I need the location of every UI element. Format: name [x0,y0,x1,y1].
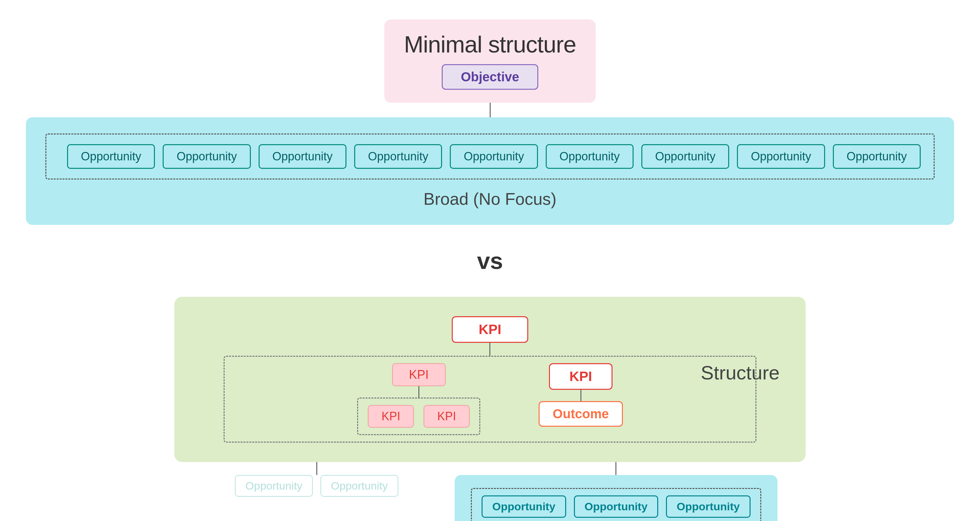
left-bottom: Opportunity Opportunity [202,462,398,497]
faded-opp-2: Opportunity [320,475,398,497]
right-subtree: KPI Outcome [539,363,622,427]
narrow-dashed: Opportunity Opportunity Opportunity [471,488,761,521]
minimal-structure-title: Minimal structure [404,31,576,58]
opportunity-box-1: Opportunity [67,144,155,169]
opportunity-box-8: Opportunity [737,144,825,169]
broad-section: Opportunity Opportunity Opportunity Oppo… [26,117,954,225]
opportunity-box-5: Opportunity [450,144,538,169]
opportunity-box-6: Opportunity [546,144,633,169]
kpi-small-dashed: KPI KPI [357,397,480,435]
left-subtree: KPI KPI KPI [357,363,480,435]
green-structure-section: Structure KPI KPI KPI [174,297,806,462]
opportunity-box-2: Opportunity [163,144,250,169]
opportunity-box-4: Opportunity [354,144,442,169]
narrow-opp-2: Opportunity [574,496,659,518]
left-connector-1 [418,386,419,397]
connector-line-1 [490,103,491,117]
kpi-small-right: KPI [423,405,469,428]
left-opp-connector [316,462,317,475]
kpi-small-left-col: KPI [368,405,414,428]
kpi-mid-left: KPI [392,363,445,386]
objective-box: Objective [442,64,538,90]
vs-label: vs [477,248,503,274]
right-opp-connector [616,462,616,475]
faded-opp-row: Opportunity Opportunity [235,475,398,497]
narrow-section: Opportunity Opportunity Opportunity Narr… [455,475,778,521]
kpi-top-col: KPI [452,316,528,356]
narrow-opp-1: Opportunity [482,496,566,518]
top-section: Minimal structure Objective Opportunity … [26,19,954,225]
kpi-small-left: KPI [368,405,414,428]
outcome-box: Outcome [539,401,622,427]
kpi-right-main: KPI [549,363,612,390]
opportunity-box-7: Opportunity [641,144,729,169]
kpi-dashed-wrap: KPI KPI KPI [224,356,757,443]
opportunity-dashed-container: Opportunity Opportunity Opportunity Oppo… [45,133,935,179]
kpi-top-box: KPI [452,316,528,343]
narrow-opp-3: Opportunity [666,496,751,518]
opportunity-box-9: Opportunity [833,144,921,169]
right-bottom: Opportunity Opportunity Opportunity Narr… [455,462,778,521]
kpi-small-right-col: KPI [423,405,469,428]
pink-header: Minimal structure Objective [384,19,595,103]
kpi-connector-1 [489,343,490,356]
right-connector-1 [581,390,581,401]
broad-label: Broad (No Focus) [423,189,557,209]
opportunity-box-3: Opportunity [259,144,347,169]
faded-opp-1: Opportunity [235,475,313,497]
